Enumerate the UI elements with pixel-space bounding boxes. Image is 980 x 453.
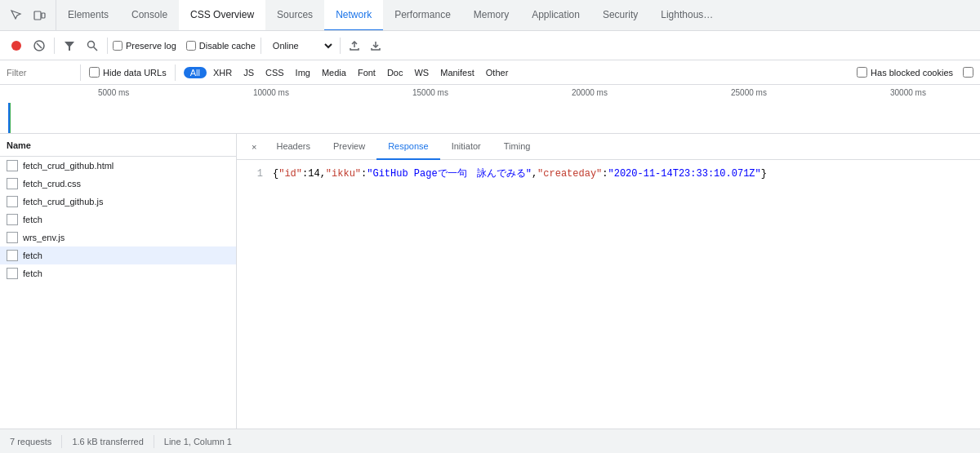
toolbar-divider-1 [54, 38, 55, 54]
file-list: Name fetch_crud_github.html fetch_crud.c… [0, 134, 237, 429]
filter-type-font[interactable]: Font [353, 67, 381, 78]
tab-performance[interactable]: Performance [383, 0, 462, 31]
status-bar: 7 requests 1.6 kB transferred Line 1, Co… [0, 429, 980, 453]
response-content: 1 {"id":14,"ikku":"GitHub Pageで一句 詠んでみる"… [237, 160, 980, 429]
tab-lighthouse[interactable]: Lighthous… [649, 0, 724, 31]
filter-type-img[interactable]: Img [291, 67, 315, 78]
detail-close-button[interactable]: × [243, 134, 265, 160]
file-item-1[interactable]: fetch_crud.css [0, 175, 236, 193]
file-icon-4 [7, 232, 18, 243]
transferred-size: 1.6 kB transferred [72, 437, 143, 446]
tab-bar: Elements Console CSS Overview Sources Ne… [0, 0, 980, 31]
filter-type-xhr[interactable]: XHR [208, 67, 237, 78]
hide-data-urls-label[interactable]: Hide data URLs [89, 67, 167, 78]
line-number-1: 1 [247, 167, 263, 182]
filter-type-manifest[interactable]: Manifest [435, 67, 479, 78]
timeline-label-10000: 10000 ms [253, 88, 289, 97]
timeline-label-30000: 30000 ms [890, 88, 926, 97]
file-icon-2 [7, 196, 18, 207]
filter-bar: Hide data URLs All XHR JS CSS Img Media … [0, 60, 980, 85]
disable-cache-label[interactable]: Disable cache [186, 41, 256, 51]
filter-type-media[interactable]: Media [317, 67, 351, 78]
status-sep-1 [61, 435, 62, 448]
preserve-log-label[interactable]: Preserve log [113, 41, 176, 51]
file-item-5[interactable]: fetch [0, 246, 236, 264]
tab-sources[interactable]: Sources [265, 0, 324, 31]
filter-type-other[interactable]: Other [481, 67, 514, 78]
file-icon-5 [7, 250, 18, 261]
filter-type-doc[interactable]: Doc [382, 67, 408, 78]
svg-rect-0 [34, 11, 41, 20]
file-item-0[interactable]: fetch_crud_github.html [0, 157, 236, 175]
filter-sep-1 [80, 64, 81, 81]
main-content: Name fetch_crud_github.html fetch_crud.c… [0, 134, 980, 429]
tab-elements[interactable]: Elements [56, 0, 120, 31]
throttle-wrap: Online No throttling Slow 3G Fast 3G [270, 40, 335, 51]
preserve-log-checkbox[interactable] [113, 41, 122, 51]
svg-rect-1 [42, 13, 45, 18]
detail-tabs: × Headers Preview Response Initiator Tim… [237, 134, 980, 160]
tab-icons [0, 0, 56, 30]
svg-line-7 [94, 47, 98, 51]
timeline-green-marker [10, 103, 11, 133]
filter-type-all[interactable]: All [184, 67, 207, 78]
timeline-bar-area [0, 103, 980, 133]
tab-memory[interactable]: Memory [462, 0, 520, 31]
filter-input[interactable] [7, 68, 72, 78]
file-item-4[interactable]: wrs_env.js [0, 229, 236, 246]
import-button[interactable] [345, 37, 363, 55]
file-item-6[interactable]: fetch [0, 264, 236, 282]
file-icon-1 [7, 178, 18, 189]
status-sep-2 [154, 435, 154, 448]
tab-security[interactable]: Security [591, 0, 649, 31]
file-icon-3 [7, 214, 18, 225]
filter-type-css[interactable]: CSS [261, 67, 289, 78]
toolbar-divider-3 [261, 38, 261, 54]
cursor-position: Line 1, Column 1 [164, 437, 232, 446]
detail-tab-headers[interactable]: Headers [265, 134, 322, 160]
file-icon-6 [7, 268, 18, 279]
file-item-3[interactable]: fetch [0, 211, 236, 229]
tab-css-overview[interactable]: CSS Overview [179, 0, 265, 31]
response-json: {"id":14,"ikku":"GitHub Pageで一句 詠んでみる","… [273, 167, 767, 182]
filter-sep-2 [175, 64, 176, 81]
disable-cache-checkbox[interactable] [186, 41, 196, 51]
response-line-1: 1 {"id":14,"ikku":"GitHub Pageで一句 詠んでみる"… [247, 167, 970, 182]
network-toolbar: Preserve log Disable cache Online No thr… [0, 31, 980, 60]
detail-tab-timing[interactable]: Timing [492, 134, 542, 160]
detail-tab-preview[interactable]: Preview [322, 134, 376, 160]
svg-marker-5 [65, 42, 74, 51]
svg-point-6 [88, 41, 95, 47]
file-item-2[interactable]: fetch_crud_github.js [0, 193, 236, 211]
tab-network[interactable]: Network [324, 0, 383, 31]
filter-type-group: All XHR JS CSS Img Media Font Doc WS Man… [184, 67, 514, 78]
has-blocked-label[interactable]: Has blocked cookies [857, 67, 953, 78]
file-icon-0 [7, 160, 18, 171]
detail-tab-initiator[interactable]: Initiator [440, 134, 492, 160]
export-button[interactable] [367, 37, 385, 55]
clear-button[interactable] [29, 36, 49, 56]
timeline-area: 5000 ms 10000 ms 15000 ms 20000 ms 25000… [0, 85, 980, 134]
search-button[interactable] [82, 36, 102, 56]
filter-type-ws[interactable]: WS [409, 67, 434, 78]
tab-application[interactable]: Application [520, 0, 591, 31]
file-list-header: Name [0, 134, 236, 157]
detail-panel: × Headers Preview Response Initiator Tim… [237, 134, 980, 429]
device-icon[interactable] [29, 6, 49, 25]
throttle-select[interactable]: Online No throttling Slow 3G Fast 3G [270, 40, 335, 51]
requests-count: 7 requests [10, 437, 51, 446]
detail-tab-response[interactable]: Response [376, 134, 440, 160]
has-blocked-checkbox[interactable] [857, 67, 867, 78]
tab-console[interactable]: Console [120, 0, 179, 31]
has-blocked-checkbox-2[interactable] [963, 67, 973, 78]
timeline-label-5000: 5000 ms [98, 88, 129, 97]
hide-data-urls-checkbox[interactable] [89, 67, 100, 78]
filter-button[interactable] [60, 36, 79, 56]
timeline-label-20000: 20000 ms [572, 88, 608, 97]
toolbar-divider-4 [340, 38, 341, 54]
timeline-label-15000: 15000 ms [412, 88, 448, 97]
record-button[interactable] [7, 36, 26, 56]
filter-type-js[interactable]: JS [238, 67, 259, 78]
svg-point-2 [11, 41, 21, 51]
inspect-icon[interactable] [7, 6, 26, 25]
